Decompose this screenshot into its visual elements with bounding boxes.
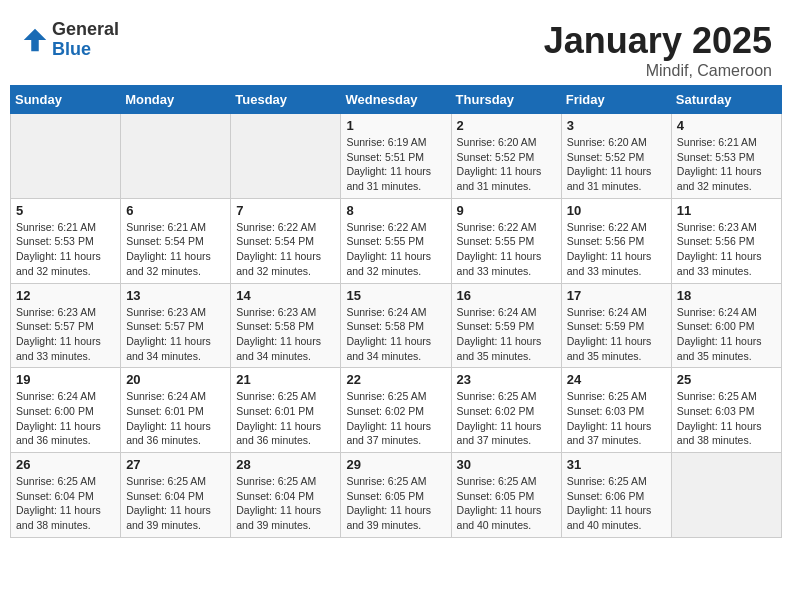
day-number: 13	[126, 288, 225, 303]
calendar-cell	[671, 453, 781, 538]
day-info: Sunrise: 6:25 AMSunset: 6:03 PMDaylight:…	[567, 389, 666, 448]
calendar-cell	[121, 114, 231, 199]
calendar-week-row: 12Sunrise: 6:23 AMSunset: 5:57 PMDayligh…	[11, 283, 782, 368]
calendar-cell: 25Sunrise: 6:25 AMSunset: 6:03 PMDayligh…	[671, 368, 781, 453]
day-info: Sunrise: 6:23 AMSunset: 5:57 PMDaylight:…	[126, 305, 225, 364]
day-number: 23	[457, 372, 556, 387]
calendar-subtitle: Mindif, Cameroon	[544, 62, 772, 80]
calendar-cell: 11Sunrise: 6:23 AMSunset: 5:56 PMDayligh…	[671, 198, 781, 283]
calendar-cell: 5Sunrise: 6:21 AMSunset: 5:53 PMDaylight…	[11, 198, 121, 283]
logo-blue-text: Blue	[52, 40, 119, 60]
day-number: 1	[346, 118, 445, 133]
logo-text: General Blue	[52, 20, 119, 60]
calendar-week-row: 5Sunrise: 6:21 AMSunset: 5:53 PMDaylight…	[11, 198, 782, 283]
col-header-thursday: Thursday	[451, 86, 561, 114]
day-number: 24	[567, 372, 666, 387]
day-number: 5	[16, 203, 115, 218]
calendar-cell	[11, 114, 121, 199]
calendar-title: January 2025	[544, 20, 772, 62]
calendar-cell: 19Sunrise: 6:24 AMSunset: 6:00 PMDayligh…	[11, 368, 121, 453]
day-number: 4	[677, 118, 776, 133]
day-number: 17	[567, 288, 666, 303]
day-info: Sunrise: 6:24 AMSunset: 6:01 PMDaylight:…	[126, 389, 225, 448]
day-number: 7	[236, 203, 335, 218]
day-number: 22	[346, 372, 445, 387]
day-number: 20	[126, 372, 225, 387]
calendar-cell: 26Sunrise: 6:25 AMSunset: 6:04 PMDayligh…	[11, 453, 121, 538]
calendar-cell: 10Sunrise: 6:22 AMSunset: 5:56 PMDayligh…	[561, 198, 671, 283]
day-info: Sunrise: 6:25 AMSunset: 6:01 PMDaylight:…	[236, 389, 335, 448]
calendar-cell: 24Sunrise: 6:25 AMSunset: 6:03 PMDayligh…	[561, 368, 671, 453]
day-info: Sunrise: 6:24 AMSunset: 5:59 PMDaylight:…	[457, 305, 556, 364]
calendar-cell: 29Sunrise: 6:25 AMSunset: 6:05 PMDayligh…	[341, 453, 451, 538]
day-number: 21	[236, 372, 335, 387]
calendar-week-row: 1Sunrise: 6:19 AMSunset: 5:51 PMDaylight…	[11, 114, 782, 199]
calendar-cell: 8Sunrise: 6:22 AMSunset: 5:55 PMDaylight…	[341, 198, 451, 283]
day-info: Sunrise: 6:25 AMSunset: 6:06 PMDaylight:…	[567, 474, 666, 533]
day-number: 28	[236, 457, 335, 472]
calendar-week-row: 19Sunrise: 6:24 AMSunset: 6:00 PMDayligh…	[11, 368, 782, 453]
page-header: General Blue January 2025 Mindif, Camero…	[10, 10, 782, 85]
day-number: 8	[346, 203, 445, 218]
title-block: January 2025 Mindif, Cameroon	[544, 20, 772, 80]
day-info: Sunrise: 6:22 AMSunset: 5:56 PMDaylight:…	[567, 220, 666, 279]
day-number: 9	[457, 203, 556, 218]
day-number: 14	[236, 288, 335, 303]
svg-marker-0	[24, 29, 47, 52]
calendar-cell: 22Sunrise: 6:25 AMSunset: 6:02 PMDayligh…	[341, 368, 451, 453]
day-info: Sunrise: 6:25 AMSunset: 6:04 PMDaylight:…	[126, 474, 225, 533]
calendar-table: SundayMondayTuesdayWednesdayThursdayFrid…	[10, 85, 782, 538]
calendar-cell: 3Sunrise: 6:20 AMSunset: 5:52 PMDaylight…	[561, 114, 671, 199]
day-number: 31	[567, 457, 666, 472]
calendar-cell: 12Sunrise: 6:23 AMSunset: 5:57 PMDayligh…	[11, 283, 121, 368]
day-info: Sunrise: 6:24 AMSunset: 5:58 PMDaylight:…	[346, 305, 445, 364]
col-header-sunday: Sunday	[11, 86, 121, 114]
day-info: Sunrise: 6:22 AMSunset: 5:54 PMDaylight:…	[236, 220, 335, 279]
day-number: 12	[16, 288, 115, 303]
col-header-monday: Monday	[121, 86, 231, 114]
calendar-cell: 1Sunrise: 6:19 AMSunset: 5:51 PMDaylight…	[341, 114, 451, 199]
day-info: Sunrise: 6:25 AMSunset: 6:05 PMDaylight:…	[457, 474, 556, 533]
day-number: 6	[126, 203, 225, 218]
day-number: 2	[457, 118, 556, 133]
calendar-cell: 2Sunrise: 6:20 AMSunset: 5:52 PMDaylight…	[451, 114, 561, 199]
calendar-cell: 27Sunrise: 6:25 AMSunset: 6:04 PMDayligh…	[121, 453, 231, 538]
day-number: 26	[16, 457, 115, 472]
day-info: Sunrise: 6:24 AMSunset: 6:00 PMDaylight:…	[16, 389, 115, 448]
calendar-cell: 16Sunrise: 6:24 AMSunset: 5:59 PMDayligh…	[451, 283, 561, 368]
day-info: Sunrise: 6:25 AMSunset: 6:04 PMDaylight:…	[236, 474, 335, 533]
day-number: 29	[346, 457, 445, 472]
calendar-cell: 18Sunrise: 6:24 AMSunset: 6:00 PMDayligh…	[671, 283, 781, 368]
logo: General Blue	[20, 20, 119, 60]
day-info: Sunrise: 6:22 AMSunset: 5:55 PMDaylight:…	[457, 220, 556, 279]
calendar-cell: 30Sunrise: 6:25 AMSunset: 6:05 PMDayligh…	[451, 453, 561, 538]
day-number: 16	[457, 288, 556, 303]
col-header-tuesday: Tuesday	[231, 86, 341, 114]
calendar-cell: 7Sunrise: 6:22 AMSunset: 5:54 PMDaylight…	[231, 198, 341, 283]
day-info: Sunrise: 6:22 AMSunset: 5:55 PMDaylight:…	[346, 220, 445, 279]
day-info: Sunrise: 6:23 AMSunset: 5:57 PMDaylight:…	[16, 305, 115, 364]
col-header-wednesday: Wednesday	[341, 86, 451, 114]
calendar-cell: 15Sunrise: 6:24 AMSunset: 5:58 PMDayligh…	[341, 283, 451, 368]
calendar-cell: 13Sunrise: 6:23 AMSunset: 5:57 PMDayligh…	[121, 283, 231, 368]
calendar-cell	[231, 114, 341, 199]
day-number: 25	[677, 372, 776, 387]
calendar-cell: 31Sunrise: 6:25 AMSunset: 6:06 PMDayligh…	[561, 453, 671, 538]
day-info: Sunrise: 6:20 AMSunset: 5:52 PMDaylight:…	[567, 135, 666, 194]
day-info: Sunrise: 6:25 AMSunset: 6:02 PMDaylight:…	[346, 389, 445, 448]
day-number: 10	[567, 203, 666, 218]
day-info: Sunrise: 6:21 AMSunset: 5:53 PMDaylight:…	[16, 220, 115, 279]
day-number: 3	[567, 118, 666, 133]
day-info: Sunrise: 6:24 AMSunset: 6:00 PMDaylight:…	[677, 305, 776, 364]
calendar-cell: 20Sunrise: 6:24 AMSunset: 6:01 PMDayligh…	[121, 368, 231, 453]
calendar-week-row: 26Sunrise: 6:25 AMSunset: 6:04 PMDayligh…	[11, 453, 782, 538]
day-info: Sunrise: 6:25 AMSunset: 6:04 PMDaylight:…	[16, 474, 115, 533]
calendar-cell: 17Sunrise: 6:24 AMSunset: 5:59 PMDayligh…	[561, 283, 671, 368]
day-number: 11	[677, 203, 776, 218]
day-info: Sunrise: 6:25 AMSunset: 6:02 PMDaylight:…	[457, 389, 556, 448]
day-info: Sunrise: 6:21 AMSunset: 5:53 PMDaylight:…	[677, 135, 776, 194]
logo-general-text: General	[52, 20, 119, 40]
day-info: Sunrise: 6:21 AMSunset: 5:54 PMDaylight:…	[126, 220, 225, 279]
day-info: Sunrise: 6:20 AMSunset: 5:52 PMDaylight:…	[457, 135, 556, 194]
calendar-cell: 9Sunrise: 6:22 AMSunset: 5:55 PMDaylight…	[451, 198, 561, 283]
